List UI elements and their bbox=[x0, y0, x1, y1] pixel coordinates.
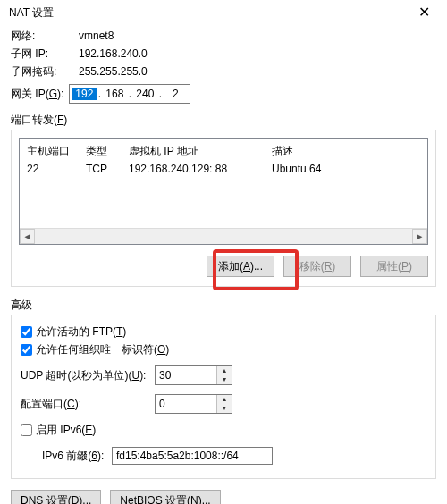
cfgport-stepper[interactable]: ▲ ▼ bbox=[155, 394, 232, 414]
scroll-right-icon[interactable]: ► bbox=[412, 229, 427, 244]
add-button[interactable]: 添加(A)... bbox=[207, 256, 274, 277]
cell-desc: Ubuntu 64 bbox=[272, 163, 420, 175]
network-label: 网络: bbox=[11, 29, 79, 44]
gateway-label: 网关 IP(G): bbox=[11, 87, 63, 102]
ipv6-prefix-label: IPv6 前缀(6): bbox=[42, 449, 112, 464]
ip-octet-1[interactable]: 192 bbox=[72, 88, 97, 100]
table-row[interactable]: 22 TCP 192.168.240.129: 88 Ubuntu 64 bbox=[27, 160, 420, 178]
portfwd-panel: 主机端口 类型 虚拟机 IP 地址 描述 22 TCP 192.168.240.… bbox=[11, 130, 436, 287]
nat-settings-window: NAT 设置 ✕ 网络: vmnet8 子网 IP: 192.168.240.0… bbox=[0, 0, 447, 504]
subnet-label: 子网 IP: bbox=[11, 46, 79, 62]
udp-timeout-stepper[interactable]: ▲ ▼ bbox=[155, 365, 232, 385]
portfwd-header: 主机端口 类型 虚拟机 IP 地址 描述 bbox=[27, 142, 420, 160]
scroll-track[interactable] bbox=[35, 229, 412, 244]
cell-type: TCP bbox=[86, 163, 129, 175]
col-host: 主机端口 bbox=[27, 144, 86, 159]
ipv6-enable-label: 启用 IPv6(E) bbox=[36, 423, 96, 438]
scroll-left-icon[interactable]: ◄ bbox=[20, 229, 35, 244]
properties-button[interactable]: 属性(P) bbox=[360, 256, 428, 277]
ip-octet-3[interactable]: 240 bbox=[132, 88, 157, 100]
cell-vm: 192.168.240.129: 88 bbox=[129, 163, 272, 175]
dns-settings-button[interactable]: DNS 设置(D)... bbox=[11, 490, 101, 504]
col-vm: 虚拟机 IP 地址 bbox=[129, 144, 272, 159]
ipv6-prefix-row: IPv6 前缀(6): bbox=[21, 444, 426, 467]
subnet-value: 192.168.240.0 bbox=[79, 47, 148, 60]
remove-button[interactable]: 移除(R) bbox=[283, 256, 351, 277]
mask-value: 255.255.255.0 bbox=[79, 65, 148, 78]
spin-up-icon[interactable]: ▲ bbox=[217, 395, 232, 404]
allow-oui-label: 允许任何组织唯一标识符(O) bbox=[36, 342, 169, 357]
ipv6-enable-checkbox[interactable] bbox=[21, 424, 32, 436]
advanced-panel: 允许活动的 FTP(T) 允许任何组织唯一标识符(O) UDP 超时(以秒为单位… bbox=[11, 315, 436, 479]
advanced-title: 高级 bbox=[11, 298, 436, 313]
mask-label: 子网掩码: bbox=[11, 64, 79, 80]
ip-octet-2[interactable]: 168 bbox=[102, 88, 127, 100]
mask-row: 子网掩码: 255.255.255.0 bbox=[11, 63, 436, 80]
titlebar: NAT 设置 ✕ bbox=[0, 0, 447, 25]
col-type: 类型 bbox=[86, 144, 129, 159]
ip-octet-4[interactable]: 2 bbox=[163, 88, 188, 100]
ipv6-enable-row: 启用 IPv6(E) bbox=[21, 421, 426, 439]
content-area: 网络: vmnet8 子网 IP: 192.168.240.0 子网掩码: 25… bbox=[0, 25, 447, 504]
extra-buttons: DNS 设置(D)... NetBIOS 设置(N)... bbox=[11, 490, 436, 504]
window-title: NAT 设置 bbox=[9, 5, 406, 21]
allow-ftp-row: 允许活动的 FTP(T) bbox=[21, 323, 426, 340]
allow-oui-checkbox[interactable] bbox=[21, 344, 32, 356]
cfgport-row: 配置端口(C): ▲ ▼ bbox=[21, 392, 426, 416]
udp-timeout-row: UDP 超时(以秒为单位)(U): ▲ ▼ bbox=[21, 364, 426, 387]
subnet-row: 子网 IP: 192.168.240.0 bbox=[11, 45, 436, 63]
allow-oui-row: 允许任何组织唯一标识符(O) bbox=[21, 340, 426, 358]
udp-timeout-label: UDP 超时(以秒为单位)(U): bbox=[21, 368, 155, 383]
ipv6-prefix-input[interactable] bbox=[112, 447, 273, 465]
netbios-settings-button[interactable]: NetBIOS 设置(N)... bbox=[110, 490, 220, 504]
network-row: 网络: vmnet8 bbox=[11, 27, 436, 45]
hscrollbar[interactable]: ◄ ► bbox=[20, 228, 427, 244]
gateway-ip-field[interactable]: 192 . 168 . 240 . 2 bbox=[69, 84, 190, 104]
col-desc: 描述 bbox=[272, 144, 420, 159]
cell-host: 22 bbox=[27, 163, 86, 175]
portfwd-title: 端口转发(F) bbox=[11, 113, 436, 128]
allow-ftp-label: 允许活动的 FTP(T) bbox=[36, 324, 126, 340]
portfwd-buttons: 添加(A)... 移除(R) 属性(P) bbox=[19, 256, 428, 277]
spin-up-icon[interactable]: ▲ bbox=[217, 366, 232, 375]
cfgport-input[interactable] bbox=[156, 395, 216, 413]
close-icon[interactable]: ✕ bbox=[406, 0, 442, 25]
portfwd-list[interactable]: 主机端口 类型 虚拟机 IP 地址 描述 22 TCP 192.168.240.… bbox=[19, 138, 428, 245]
network-value: vmnet8 bbox=[79, 29, 114, 42]
allow-ftp-checkbox[interactable] bbox=[21, 326, 32, 338]
gateway-row: 网关 IP(G): 192 . 168 . 240 . 2 bbox=[11, 84, 436, 104]
cfgport-label: 配置端口(C): bbox=[21, 397, 155, 412]
udp-timeout-input[interactable] bbox=[156, 366, 216, 384]
spin-down-icon[interactable]: ▼ bbox=[217, 375, 232, 384]
spin-down-icon[interactable]: ▼ bbox=[217, 404, 232, 413]
